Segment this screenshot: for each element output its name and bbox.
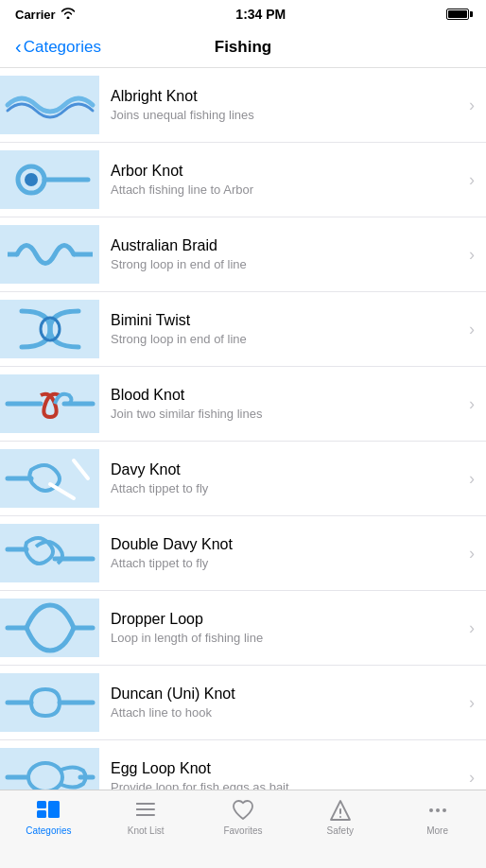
tab-favorites-label: Favorites xyxy=(223,825,262,836)
favorites-icon xyxy=(231,798,255,823)
knot-title: Australian Braid xyxy=(111,237,461,254)
list-item[interactable]: Davy Knot Attach tippet to fly › xyxy=(0,442,486,516)
chevron-right-icon: › xyxy=(469,693,486,713)
list-item[interactable]: Australian Braid Strong loop in end of l… xyxy=(0,217,486,292)
knot-thumbnail-blood-knot xyxy=(0,374,99,433)
knot-subtitle: Join two similar fishing lines xyxy=(111,407,461,421)
svg-rect-37 xyxy=(339,808,341,814)
battery-indicator xyxy=(446,9,471,20)
nav-bar: ‹ Categories Fishing xyxy=(0,26,486,68)
knot-subtitle: Attach tippet to fly xyxy=(111,481,461,495)
knot-list-container: Albright Knot Joins unequal fishing line… xyxy=(0,68,486,790)
knot-content-duncan-uni: Duncan (Uni) Knot Attach line to hook xyxy=(99,682,469,723)
tab-more-label: More xyxy=(426,825,448,836)
list-item[interactable]: Egg Loop Knot Provide loop for fish eggs… xyxy=(0,740,486,790)
knot-subtitle: Provide loop for fish eggs as bait xyxy=(111,780,461,790)
knot-content-blood-knot: Blood Knot Join two similar fishing line… xyxy=(99,383,469,425)
tab-favorites[interactable]: Favorites xyxy=(195,798,292,836)
chevron-right-icon: › xyxy=(469,95,486,115)
knot-thumbnail-australian-braid xyxy=(0,225,99,284)
svg-rect-35 xyxy=(136,808,139,810)
list-item[interactable]: Bimini Twist Strong loop in end of line … xyxy=(0,292,486,367)
knot-list-icon xyxy=(133,798,158,823)
svg-rect-30 xyxy=(48,801,60,818)
knot-thumbnail-duncan-uni xyxy=(0,673,99,732)
chevron-right-icon: › xyxy=(469,170,486,190)
knot-thumbnail-davy-knot xyxy=(0,449,99,508)
svg-line-10 xyxy=(74,460,88,478)
tab-bar: Categories Knot List Favorites xyxy=(0,790,486,868)
svg-rect-28 xyxy=(37,801,46,808)
knot-subtitle: Attach tippet to fly xyxy=(111,556,461,570)
page-title: Fishing xyxy=(215,38,271,57)
knot-title: Dropper Loop xyxy=(111,611,461,628)
knot-subtitle: Attach fishing line to Arbor xyxy=(111,182,461,197)
chevron-right-icon: › xyxy=(469,469,486,489)
knot-title: Double Davy Knot xyxy=(111,536,461,553)
knot-content-australian-braid: Australian Braid Strong loop in end of l… xyxy=(99,234,469,275)
categories-icon xyxy=(36,798,61,823)
knot-thumbnail-egg-loop xyxy=(0,748,99,790)
back-button[interactable]: ‹ Categories xyxy=(8,32,109,61)
knot-title: Egg Loop Knot xyxy=(111,760,461,777)
list-item[interactable]: Albright Knot Joins unequal fishing line… xyxy=(0,68,486,143)
back-chevron-icon: ‹ xyxy=(15,36,22,58)
list-item[interactable]: Blood Knot Join two similar fishing line… xyxy=(0,367,486,442)
knot-list-scroll[interactable]: Albright Knot Joins unequal fishing line… xyxy=(0,68,486,790)
svg-rect-34 xyxy=(136,803,139,805)
knot-subtitle: Joins unequal fishing lines xyxy=(111,108,461,122)
tab-knot-list[interactable]: Knot List xyxy=(97,798,195,836)
list-item[interactable]: Double Davy Knot Attach tippet to fly › xyxy=(0,516,486,591)
svg-point-40 xyxy=(436,808,440,812)
time-display: 1:34 PM xyxy=(235,7,286,22)
knot-content-albright: Albright Knot Joins unequal fishing line… xyxy=(99,84,469,126)
back-label: Categories xyxy=(24,38,101,57)
list-item[interactable]: Arbor Knot Attach fishing line to Arbor … xyxy=(0,143,486,217)
knot-subtitle: Attach line to hook xyxy=(111,705,461,720)
knot-title: Duncan (Uni) Knot xyxy=(111,686,461,703)
knot-title: Arbor Knot xyxy=(111,163,461,180)
tab-categories-label: Categories xyxy=(26,825,71,836)
knot-content-egg-loop: Egg Loop Knot Provide loop for fish eggs… xyxy=(99,756,469,790)
knot-title: Bimini Twist xyxy=(111,312,461,329)
svg-point-41 xyxy=(443,808,446,812)
chevron-right-icon: › xyxy=(469,394,486,414)
knot-thumbnail-albright xyxy=(0,76,99,134)
wifi-icon xyxy=(61,8,76,22)
svg-point-18 xyxy=(28,763,62,790)
svg-line-9 xyxy=(50,484,74,498)
knot-subtitle: Strong loop in end of line xyxy=(111,332,461,346)
knot-content-dropper-loop: Dropper Loop Loop in length of fishing l… xyxy=(99,607,469,649)
more-icon xyxy=(425,798,450,823)
knot-title: Albright Knot xyxy=(111,88,461,105)
knot-thumbnail-bimini-twist xyxy=(0,300,99,358)
knot-content-davy-knot: Davy Knot Attach tippet to fly xyxy=(99,458,469,499)
chevron-right-icon: › xyxy=(469,544,486,564)
knot-content-double-davy: Double Davy Knot Attach tippet to fly xyxy=(99,532,469,574)
list-item[interactable]: Dropper Loop Loop in length of fishing l… xyxy=(0,591,486,666)
chevron-right-icon: › xyxy=(469,245,486,265)
knot-content-bimini-twist: Bimini Twist Strong loop in end of line xyxy=(99,308,469,350)
svg-rect-36 xyxy=(136,814,139,816)
knot-title: Davy Knot xyxy=(111,461,461,478)
knot-subtitle: Strong loop in end of line xyxy=(111,257,461,271)
svg-rect-29 xyxy=(37,810,46,818)
knot-subtitle: Loop in length of fishing line xyxy=(111,631,461,645)
tab-safety[interactable]: Safety xyxy=(291,798,389,836)
list-item[interactable]: Duncan (Uni) Knot Attach line to hook › xyxy=(0,666,486,740)
knot-content-arbor: Arbor Knot Attach fishing line to Arbor xyxy=(99,159,469,200)
tab-safety-label: Safety xyxy=(327,825,354,836)
carrier-text: Carrier xyxy=(15,8,56,22)
chevron-right-icon: › xyxy=(469,618,486,638)
knot-thumbnail-dropper-loop xyxy=(0,599,99,657)
tab-categories[interactable]: Categories xyxy=(0,798,97,836)
svg-point-39 xyxy=(429,808,433,812)
tab-more[interactable]: More xyxy=(389,798,486,836)
knot-thumbnail-arbor xyxy=(0,150,99,209)
status-bar: Carrier 1:34 PM xyxy=(0,0,486,26)
tab-knot-list-label: Knot List xyxy=(128,825,165,836)
knot-thumbnail-double-davy xyxy=(0,524,99,582)
chevron-right-icon: › xyxy=(469,768,486,788)
carrier-label: Carrier xyxy=(15,8,76,22)
svg-point-38 xyxy=(339,816,341,818)
